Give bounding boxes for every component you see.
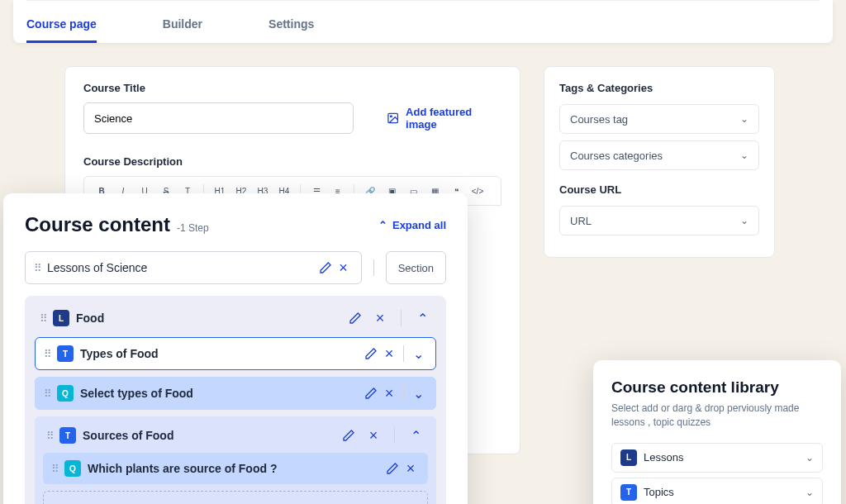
course-url-label: Course URL <box>559 183 759 196</box>
lesson-row-food: ⠿ L Food × ⌃ <box>35 306 436 337</box>
topic-badge-icon: T <box>59 427 76 444</box>
course-sidebar-card: Tags & Categories Courses tag⌄ Courses c… <box>544 66 775 258</box>
library-item-lessons[interactable]: L Lessons ⌄ <box>611 443 823 473</box>
library-title: Course content library <box>611 378 823 397</box>
edit-icon[interactable] <box>362 345 380 363</box>
expand-all-button[interactable]: ⌃Expand all <box>378 219 446 231</box>
quiz-dropzone[interactable]: Drag & drop quizzes from course library <box>43 491 428 504</box>
tab-course-page[interactable]: Course page <box>26 7 97 43</box>
chevron-down-icon: ⌄ <box>806 452 814 464</box>
drag-icon[interactable]: ⠿ <box>44 348 50 360</box>
section-input[interactable]: ⠿ Lessons of Science × <box>25 251 362 284</box>
close-icon[interactable]: × <box>364 426 383 445</box>
chevron-up-icon: ⌃ <box>378 219 387 231</box>
course-library-panel: Course content library Select add or dar… <box>593 360 841 504</box>
edit-icon[interactable] <box>346 309 364 327</box>
quiz-badge-icon: Q <box>57 385 74 402</box>
close-icon[interactable]: × <box>402 459 420 478</box>
edit-icon[interactable] <box>340 426 358 445</box>
edit-icon[interactable] <box>383 459 402 478</box>
drag-icon[interactable]: ⠿ <box>46 430 53 442</box>
tabs-header: Course page Builder Settings <box>13 0 833 43</box>
course-title-label: Course Title <box>83 82 501 94</box>
chevron-down-icon: ⌄ <box>740 113 749 125</box>
course-url-select[interactable]: URL⌄ <box>559 206 759 235</box>
topic-badge-icon: T <box>57 345 74 362</box>
nested-topic-container: ⠿ T Sources of Food × ⌃ ⠿ Q Which plants… <box>35 416 436 504</box>
course-title-input[interactable] <box>83 102 354 134</box>
courses-categories-select[interactable]: Courses categories⌄ <box>559 140 759 170</box>
quiz-badge-icon: Q <box>64 460 81 477</box>
collapse-icon[interactable]: ⌃ <box>406 426 425 445</box>
topic-row-types[interactable]: ⠿ T Types of Food × ⌄ <box>35 337 436 370</box>
collapse-icon[interactable]: ⌃ <box>413 309 431 327</box>
tab-settings[interactable]: Settings <box>269 7 314 43</box>
close-icon[interactable]: × <box>380 384 398 402</box>
lesson-badge-icon: L <box>620 449 637 466</box>
lesson-container: ⠿ L Food × ⌃ ⠿ T Types of Food × ⌄ ⠿ Q S… <box>25 296 446 504</box>
tab-builder[interactable]: Builder <box>163 7 202 43</box>
close-icon[interactable]: × <box>335 259 353 277</box>
course-content-panel: Course content -1 Step ⌃Expand all ⠿ Les… <box>3 193 468 504</box>
library-subtitle: Select add or darg & drop perviously mad… <box>611 402 823 430</box>
lesson-badge-icon: L <box>53 310 69 326</box>
image-icon <box>387 112 399 125</box>
expand-icon[interactable]: ⌄ <box>409 345 427 363</box>
code-button[interactable]: </> <box>468 182 487 200</box>
drag-icon[interactable]: ⠿ <box>51 463 58 475</box>
edit-icon[interactable] <box>316 259 335 277</box>
tags-label: Tags & Categories <box>559 82 759 94</box>
add-featured-image-link[interactable]: Add featured image <box>387 106 501 131</box>
svg-point-1 <box>390 116 392 117</box>
chevron-down-icon: ⌄ <box>806 487 814 498</box>
close-icon[interactable]: × <box>371 309 389 327</box>
course-desc-label: Course Description <box>83 155 501 168</box>
library-item-topics[interactable]: T Topics ⌄ <box>611 478 823 504</box>
quiz-row-which-plants[interactable]: ⠿ Q Which plants are source of Food ? × <box>43 453 428 484</box>
quiz-row-select-types[interactable]: ⠿ Q Select types of Food × ⌄ <box>35 377 436 410</box>
topic-row-sources: ⠿ T Sources of Food × ⌃ <box>43 425 428 453</box>
drag-icon[interactable]: ⠿ <box>34 262 40 274</box>
chevron-down-icon: ⌄ <box>740 150 749 161</box>
close-icon[interactable]: × <box>380 345 398 363</box>
step-text: -1 Step <box>177 222 209 234</box>
course-content-title: Course content <box>25 213 170 236</box>
drag-icon[interactable]: ⠿ <box>44 388 50 400</box>
section-type-select[interactable]: Section <box>386 251 446 284</box>
drag-icon[interactable]: ⠿ <box>40 312 46 325</box>
topic-badge-icon: T <box>620 484 637 501</box>
chevron-down-icon: ⌄ <box>740 215 749 226</box>
edit-icon[interactable] <box>362 384 380 402</box>
courses-tag-select[interactable]: Courses tag⌄ <box>559 104 759 134</box>
expand-icon[interactable]: ⌄ <box>409 384 427 402</box>
